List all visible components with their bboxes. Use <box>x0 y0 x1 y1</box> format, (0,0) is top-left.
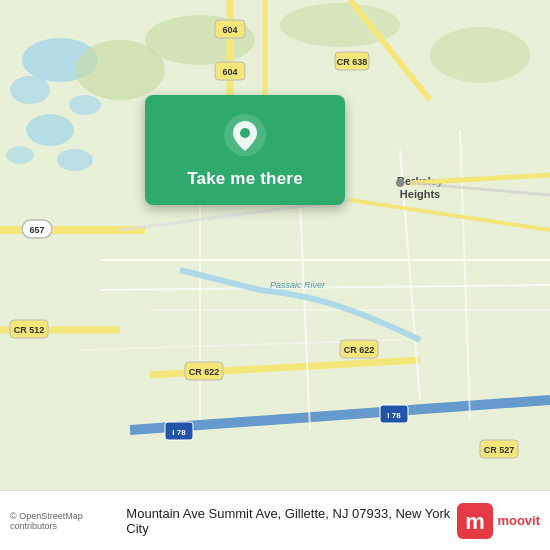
svg-point-5 <box>6 146 34 164</box>
moovit-icon: m <box>457 503 493 539</box>
svg-text:CR 512: CR 512 <box>14 325 45 335</box>
svg-point-3 <box>69 95 101 115</box>
svg-point-2 <box>10 76 50 104</box>
map-container: Passaic River 604 604 CR 638 657 CR 512 … <box>0 0 550 490</box>
svg-text:Passaic River: Passaic River <box>270 280 326 290</box>
svg-text:604: 604 <box>222 67 237 77</box>
svg-text:m: m <box>466 509 486 534</box>
svg-text:604: 604 <box>222 25 237 35</box>
svg-text:I 78: I 78 <box>172 428 186 437</box>
bottom-bar: © OpenStreetMap contributors Mountain Av… <box>0 490 550 550</box>
svg-text:CR 622: CR 622 <box>189 367 220 377</box>
svg-text:Heights: Heights <box>400 188 440 200</box>
osm-attribution: © OpenStreetMap contributors <box>10 511 120 531</box>
svg-point-6 <box>57 149 93 171</box>
navigation-card: Take me there <box>145 95 345 205</box>
svg-text:I 78: I 78 <box>387 411 401 420</box>
svg-point-4 <box>26 114 74 146</box>
svg-point-55 <box>240 128 250 138</box>
svg-text:CR 527: CR 527 <box>484 445 515 455</box>
address-text: Mountain Ave Summit Ave, Gillette, NJ 07… <box>120 506 457 536</box>
moovit-label: moovit <box>497 513 540 528</box>
take-me-there-button[interactable]: Take me there <box>187 169 303 189</box>
moovit-logo: m moovit <box>457 503 540 539</box>
svg-text:CR 622: CR 622 <box>344 345 375 355</box>
svg-text:CR 638: CR 638 <box>337 57 368 67</box>
map-background: Passaic River 604 604 CR 638 657 CR 512 … <box>0 0 550 490</box>
svg-text:657: 657 <box>29 225 44 235</box>
location-pin-icon <box>223 113 267 157</box>
svg-point-49 <box>396 179 404 187</box>
svg-point-10 <box>430 27 530 83</box>
